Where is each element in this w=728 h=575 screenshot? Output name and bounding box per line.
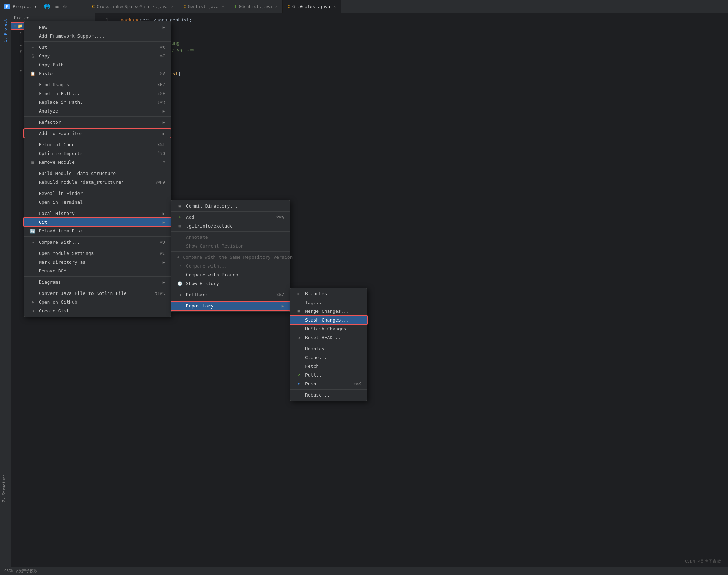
git-icon-showhistory: 🕒 <box>177 281 183 286</box>
menu-shortcut-openmodulesettings: ⌘↓ <box>160 251 165 256</box>
repo-menu-mergechanges[interactable]: ⊞ Merge Changes... <box>290 307 367 316</box>
repo-menu-rebase[interactable]: Rebase... <box>290 391 367 399</box>
git-icon-gitexclude: ⊞ <box>177 224 183 229</box>
menu-arrow-addtofav: ▶ <box>163 131 165 136</box>
git-sep-5 <box>171 300 290 300</box>
repo-menu-tag[interactable]: Tag... <box>290 298 367 307</box>
tab-close-1[interactable]: ✕ <box>171 5 173 8</box>
menu-item-creategist[interactable]: ⊙ Create Gist... <box>24 306 171 315</box>
menu-item-copypath[interactable]: Copy Path... <box>24 60 171 69</box>
repo-menu-unstashchanges[interactable]: UnStash Changes... <box>290 324 367 333</box>
tab-close-4[interactable]: ✕ <box>334 5 336 8</box>
menu-item-comparewith[interactable]: ➜ Compare With... ⌘D <box>24 238 171 246</box>
z-structure-label[interactable]: Z- Structure <box>0 472 8 505</box>
code-line-2 <box>121 24 722 32</box>
git-menu-repository[interactable]: Repository ▶ <box>171 302 290 310</box>
menu-item-replaceinpath[interactable]: Replace in Path... ⇧⌘R <box>24 98 171 107</box>
repo-menu-stashchanges[interactable]: Stash Changes... <box>290 316 367 324</box>
menu-shortcut-copy: ⌘C <box>160 54 165 59</box>
repo-submenu: ⊞ Branches... Tag... ⊞ Merge Changes... … <box>290 288 367 401</box>
tab-gitaddtest[interactable]: C GitAddTest.java ✕ <box>283 0 341 13</box>
menu-item-copy[interactable]: ⎘ Copy ⌘C <box>24 52 171 60</box>
git-menu-comparebranch[interactable]: Compare with Branch... <box>171 270 290 279</box>
repo-menu-branches[interactable]: ⊞ Branches... <box>290 289 367 298</box>
menu-label-markdirectoryas: Mark Directory as <box>39 259 159 265</box>
menu-icon-openongithub: ⊙ <box>30 300 35 305</box>
menu-item-markdirectoryas[interactable]: Mark Directory as ▶ <box>24 258 171 266</box>
repo-menu-remotes[interactable]: Remotes... <box>290 344 367 353</box>
menu-item-cut[interactable]: ✂ Cut ⌘X <box>24 43 171 52</box>
menu-item-openterminal[interactable]: Open in Terminal <box>24 198 171 207</box>
menu-sep-9 <box>24 236 171 237</box>
menu-item-openmodulesettings[interactable]: Open Module Settings ⌘↓ <box>24 249 171 258</box>
menu-item-localhistory[interactable]: Local History ▶ <box>24 209 171 218</box>
menu-label-findusages: Find Usages <box>39 82 154 87</box>
menu-item-revealfinder[interactable]: Reveal in Finder <box>24 189 171 198</box>
menu-label-findinpath: Find in Path... <box>39 91 154 96</box>
menu-icon-creategist: ⊙ <box>30 309 35 313</box>
tab-close-3[interactable]: ✕ <box>275 5 277 8</box>
tab-close-2[interactable]: ✕ <box>222 5 224 8</box>
menu-label-framework: Add Framework Support... <box>39 33 165 39</box>
git-menu-showhistory[interactable]: 🕒 Show History <box>171 279 290 288</box>
menu-item-analyze[interactable]: Analyze ▶ <box>24 107 171 115</box>
project-dropdown-icon[interactable]: ▼ <box>35 5 37 8</box>
code-line-4: * @Author: acton_zhang <box>121 39 722 47</box>
menu-arrow-new: ▶ <box>163 25 165 30</box>
menu-item-git[interactable]: Git ▶ <box>24 218 171 226</box>
git-sep-4 <box>171 289 290 289</box>
repo-sep-1 <box>290 343 367 343</box>
menu-shortcut-replaceinpath: ⇧⌘R <box>157 100 165 105</box>
menu-item-findusages[interactable]: Find Usages ⌥F7 <box>24 80 171 89</box>
menu-item-new[interactable]: New ▶ <box>24 23 171 32</box>
menu-item-paste[interactable]: 📋 Paste ⌘V <box>24 69 171 78</box>
menu-item-rebuildmodule[interactable]: Rebuild Module 'data_structure' ⇧⌘F9 <box>24 178 171 187</box>
git-icon-commitdir: ⊞ <box>177 204 183 209</box>
menu-item-openongithub[interactable]: ⊙ Open on GitHub <box>24 298 171 306</box>
titlebar-left: P Project ▼ 🌐 ⇄ ⚙ — <box>4 4 75 10</box>
menu-shortcut-reformat: ⌥⌘L <box>157 142 165 147</box>
watermark: CSDN @吴声子夜歌 <box>685 559 721 564</box>
settings-icon[interactable]: ⚙ <box>63 4 67 10</box>
git-menu-rollback[interactable]: ↺ Rollback... ⌥⌘Z <box>171 290 290 299</box>
tab-crosslinked[interactable]: C CrossLinkedSparseMatrix.java ✕ <box>87 0 179 13</box>
tab-ggenlist[interactable]: I GGenList.java ✕ <box>229 0 282 13</box>
tab-genlist[interactable]: C GenList.java ✕ <box>178 0 229 13</box>
menu-item-reloadfromdisk[interactable]: 🔄 Reload from Disk <box>24 226 171 235</box>
globe-icon[interactable]: 🌐 <box>44 4 50 10</box>
git-icon-add: + <box>177 215 183 220</box>
minimize-icon[interactable]: — <box>71 4 75 10</box>
menu-item-addtofavorites[interactable]: Add to Favorites ▶ <box>24 129 171 138</box>
menu-label-new: New <box>39 25 159 30</box>
sidebar-project-label[interactable]: 1: Project <box>3 16 8 45</box>
git-menu-commitdir[interactable]: ⊞ Commit Directory... <box>171 202 290 210</box>
menu-item-convertkotlin[interactable]: Convert Java File to Kotlin File ⌥⇧⌘K <box>24 289 171 298</box>
menu-label-localhistory: Local History <box>39 211 159 216</box>
menu-item-removemodule[interactable]: 🗑 Remove Module ⌫ <box>24 158 171 167</box>
repo-menu-resethead[interactable]: ↺ Reset HEAD... <box>290 333 367 342</box>
menu-item-findinpath[interactable]: Find in Path... ⇧⌘F <box>24 89 171 98</box>
menu-item-reformat[interactable]: Reformat Code ⌥⌘L <box>24 140 171 149</box>
repo-menu-pull[interactable]: ✓ Pull... <box>290 371 367 379</box>
tab-java-icon-2: C <box>183 4 186 9</box>
menu-sep-4 <box>24 128 171 128</box>
repo-menu-fetch[interactable]: Fetch <box>290 362 367 371</box>
repo-menu-push[interactable]: ↑ Push... ⇧⌘K <box>290 379 367 388</box>
menu-arrow-markdirectoryas: ▶ <box>163 260 165 265</box>
menu-item-optimizeimports[interactable]: Optimize Imports ^⌥O <box>24 149 171 158</box>
menu-item-refactor[interactable]: Refactor ▶ <box>24 118 171 127</box>
repo-menu-clone[interactable]: Clone... <box>290 353 367 362</box>
menu-item-removebom[interactable]: Remove BOM <box>24 266 171 275</box>
tree-arrow-root: ▼ <box>14 24 16 28</box>
menu-label-addtofav: Add to Favorites <box>39 131 159 136</box>
menu-item-framework[interactable]: Add Framework Support... <box>24 32 171 40</box>
git-menu-add[interactable]: + Add ⌥⌘A <box>171 213 290 222</box>
menu-item-buildmodule[interactable]: Build Module 'data_structure' <box>24 169 171 178</box>
menu-item-diagrams[interactable]: Diagrams ▶ <box>24 278 171 286</box>
menu-label-reformat: Reformat Code <box>39 142 154 147</box>
menu-icon-paste: 📋 <box>30 71 35 76</box>
sync-icon[interactable]: ⇄ <box>55 4 59 10</box>
project-icon: P <box>4 4 10 9</box>
git-menu-gitexclude[interactable]: ⊞ .git/info/exclude <box>171 222 290 230</box>
tab-git-icon-3: I <box>234 4 236 9</box>
